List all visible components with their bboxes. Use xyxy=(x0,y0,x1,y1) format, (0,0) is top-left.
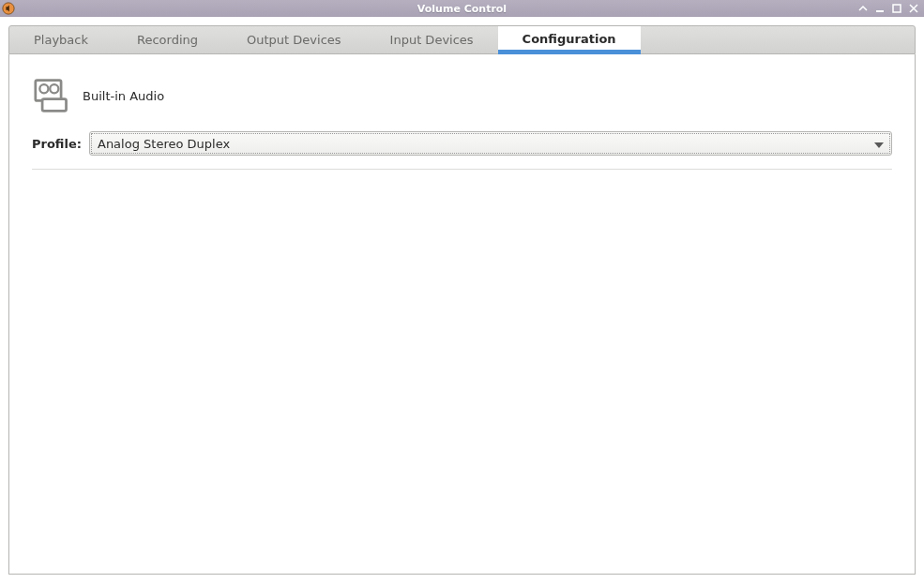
device-header: Built-in Audio xyxy=(32,77,892,114)
profile-select[interactable]: Analog Stereo Duplex xyxy=(89,131,892,156)
tab-label: Input Devices xyxy=(390,33,474,47)
window-title: Volume Control xyxy=(0,3,924,15)
svg-rect-2 xyxy=(893,5,901,12)
tab-configuration[interactable]: Configuration xyxy=(498,26,641,54)
profile-label: Profile: xyxy=(32,137,82,151)
tab-input-devices[interactable]: Input Devices xyxy=(366,26,498,53)
close-button[interactable] xyxy=(907,2,920,15)
roll-up-button[interactable] xyxy=(856,2,870,15)
tab-label: Configuration xyxy=(523,32,616,46)
window-controls xyxy=(856,2,924,15)
profile-selected-value: Analog Stereo Duplex xyxy=(98,137,230,151)
tab-label: Recording xyxy=(137,33,198,47)
tab-label: Output Devices xyxy=(247,33,341,47)
app-icon xyxy=(2,2,15,15)
svg-point-5 xyxy=(39,84,48,93)
window-body: Playback Recording Output Devices Input … xyxy=(0,17,924,583)
titlebar: Volume Control xyxy=(0,0,924,17)
svg-rect-1 xyxy=(876,10,884,12)
svg-rect-4 xyxy=(42,99,66,112)
svg-point-6 xyxy=(50,84,58,93)
device-name: Built-in Audio xyxy=(83,89,164,103)
tab-label: Playback xyxy=(34,33,88,47)
divider xyxy=(32,169,892,170)
tabbar: Playback Recording Output Devices Input … xyxy=(8,25,916,54)
maximize-button[interactable] xyxy=(890,2,903,15)
tab-output-devices[interactable]: Output Devices xyxy=(222,26,366,53)
configuration-panel: Built-in Audio Profile: Analog Stereo Du… xyxy=(8,54,916,575)
tab-recording[interactable]: Recording xyxy=(113,26,222,53)
profile-row: Profile: Analog Stereo Duplex xyxy=(32,131,892,156)
chevron-down-icon xyxy=(874,137,884,151)
tab-playback[interactable]: Playback xyxy=(9,26,113,53)
minimize-button[interactable] xyxy=(873,2,886,15)
audio-card-icon xyxy=(32,77,73,114)
